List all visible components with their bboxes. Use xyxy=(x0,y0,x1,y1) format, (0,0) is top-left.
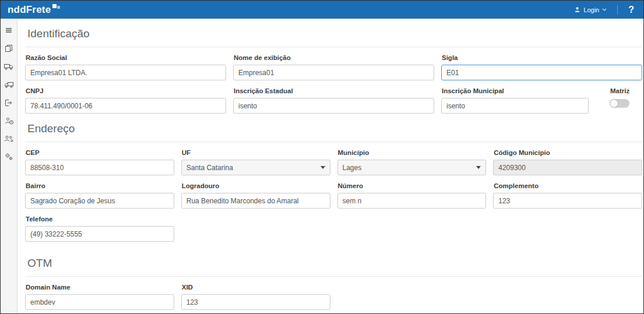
section-divider xyxy=(25,142,642,142)
uf-selected-value: Santa Catarina xyxy=(186,164,233,172)
chevron-down-icon xyxy=(321,166,325,169)
uf-select[interactable]: Santa Catarina xyxy=(181,160,330,175)
field-uf: UF Santa Catarina xyxy=(181,149,330,175)
municipio-select[interactable]: Lages xyxy=(337,160,487,175)
domain-name-input[interactable] xyxy=(25,294,174,310)
section-title-endereco: Endereço xyxy=(27,122,642,135)
topbar-right: Login ? xyxy=(571,4,638,16)
field-logradouro: Logradouro xyxy=(181,182,330,209)
otm-row-1: Domain Name XID xyxy=(25,284,642,310)
sidebar-item-signout[interactable] xyxy=(2,97,15,108)
sidebar-item-documents[interactable] xyxy=(2,43,15,54)
field-codigo-municipio: Código Município xyxy=(493,149,642,175)
uf-label: UF xyxy=(182,149,330,156)
matriz-toggle[interactable] xyxy=(610,99,629,108)
section-divider xyxy=(25,276,642,277)
sigla-label: Sigla xyxy=(442,54,642,61)
bairro-label: Bairro xyxy=(26,182,174,189)
cep-label: CEP xyxy=(26,149,174,156)
topbar: nddFrete Login ? xyxy=(1,1,643,19)
nome-exibicao-label: Nome de exibição xyxy=(234,54,434,61)
field-inscricao-estadual: Inscrição Estadual xyxy=(233,87,434,114)
inscricao-municipal-label: Inscrição Municipal xyxy=(442,87,589,94)
endereco-row-1: CEP UF Santa Catarina Município Lages Có… xyxy=(25,149,642,175)
brand-mark-icon xyxy=(52,3,61,12)
municipio-selected-value: Lages xyxy=(343,164,362,172)
endereco-row-3: Telefone xyxy=(25,216,642,242)
sidebar-item-settings[interactable] xyxy=(2,151,15,163)
toggle-knob xyxy=(610,100,618,107)
field-sigla: Sigla xyxy=(441,54,642,80)
telefone-input[interactable] xyxy=(25,226,174,242)
field-razao-social: Razão Social xyxy=(25,54,226,80)
field-telefone: Telefone xyxy=(25,216,174,242)
sigla-input[interactable] xyxy=(441,65,642,80)
cep-input[interactable] xyxy=(25,160,174,175)
delivery-truck-icon xyxy=(4,81,13,89)
brand-name: nddFrete xyxy=(8,3,51,16)
nome-exibicao-input[interactable] xyxy=(233,65,434,80)
users-icon xyxy=(4,135,13,142)
inscricao-municipal-input[interactable] xyxy=(441,98,589,114)
section-title-identificacao: Identificação xyxy=(27,27,642,40)
field-matriz: Matriz xyxy=(610,87,642,114)
sidebar-item-menu[interactable] xyxy=(2,24,15,36)
field-bairro: Bairro xyxy=(25,182,174,209)
endereco-row-2: Bairro Logradouro Número Complemento xyxy=(25,182,642,209)
login-label: Login xyxy=(583,6,599,13)
field-numero: Número xyxy=(337,182,487,209)
section-divider xyxy=(25,47,642,47)
municipio-label: Município xyxy=(338,149,487,156)
gears-icon xyxy=(5,153,13,161)
field-domain-name: Domain Name xyxy=(25,284,174,310)
sidebar-item-user-history[interactable] xyxy=(2,115,15,126)
razao-social-label: Razão Social xyxy=(26,54,226,61)
identificacao-row-1: Razão Social Nome de exibição Sigla xyxy=(25,54,642,80)
logradouro-label: Logradouro xyxy=(182,182,330,189)
identificacao-row-2: CNPJ Inscrição Estadual Inscrição Munici… xyxy=(25,87,642,114)
sidebar-item-freight[interactable] xyxy=(2,61,15,72)
numero-input[interactable] xyxy=(337,193,487,209)
app-window: nddFrete Login ? xyxy=(0,0,644,314)
menu-icon xyxy=(5,26,13,34)
main-content: Identificação Razão Social Nome de exibi… xyxy=(17,27,643,310)
codigo-municipio-label: Código Município xyxy=(494,149,642,156)
field-cep: CEP xyxy=(25,149,174,175)
login-button[interactable]: Login xyxy=(571,4,610,16)
sidebar-item-users[interactable] xyxy=(2,133,15,144)
truck-icon xyxy=(4,63,13,70)
inscricao-municipal-matriz-cell: Inscrição Municipal Matriz xyxy=(441,87,642,114)
logradouro-input[interactable] xyxy=(181,193,330,209)
brand-logo[interactable]: nddFrete xyxy=(8,3,61,16)
sidebar-item-delivery[interactable] xyxy=(2,79,15,90)
section-title-otm: OTM xyxy=(27,257,642,270)
help-button[interactable]: ? xyxy=(625,5,638,15)
inscricao-estadual-label: Inscrição Estadual xyxy=(234,87,434,94)
inscricao-estadual-input[interactable] xyxy=(233,98,434,114)
xid-label: XID xyxy=(182,284,330,291)
cnpj-label: CNPJ xyxy=(26,87,226,94)
sign-out-icon xyxy=(5,99,13,107)
codigo-municipio-input xyxy=(493,160,642,175)
field-municipio: Município Lages xyxy=(337,149,487,175)
chevron-down-icon xyxy=(602,8,607,11)
domain-name-label: Domain Name xyxy=(26,284,174,291)
user-icon xyxy=(574,6,580,13)
numero-label: Número xyxy=(338,182,487,189)
cnpj-input[interactable] xyxy=(25,98,226,114)
razao-social-input[interactable] xyxy=(25,65,226,80)
field-cnpj: CNPJ xyxy=(25,87,226,114)
matriz-label: Matriz xyxy=(610,87,642,94)
xid-input[interactable] xyxy=(181,294,330,310)
field-nome-exibicao: Nome de exibição xyxy=(233,54,434,80)
field-xid: XID xyxy=(181,284,330,310)
field-complemento: Complemento xyxy=(493,182,642,209)
user-clock-icon xyxy=(5,117,13,125)
chevron-down-icon xyxy=(476,166,481,169)
bairro-input[interactable] xyxy=(25,193,174,209)
field-inscricao-municipal: Inscrição Municipal xyxy=(441,87,589,114)
complemento-input[interactable] xyxy=(493,193,642,209)
topbar-separator xyxy=(617,5,618,15)
complemento-label: Complemento xyxy=(494,182,642,189)
sidebar xyxy=(1,19,17,313)
